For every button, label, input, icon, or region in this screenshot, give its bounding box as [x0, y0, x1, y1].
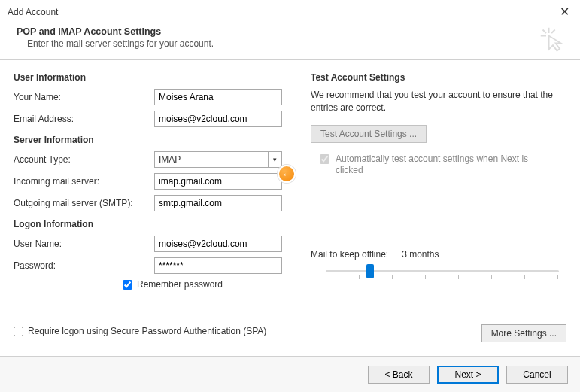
account-type-select[interactable]: IMAP ▾ [154, 151, 282, 168]
svg-line-3 [551, 30, 555, 34]
password-input[interactable] [154, 257, 282, 274]
slider-track-line [326, 270, 559, 272]
mail-offline-value: 3 months [402, 249, 439, 260]
email-input[interactable] [154, 111, 282, 127]
svg-line-2 [543, 30, 547, 34]
incoming-label: Incoming mail server: [14, 176, 154, 187]
header-title: POP and IMAP Account Settings [17, 26, 563, 37]
outgoing-label: Outgoing mail server (SMTP): [14, 198, 154, 208]
email-label: Email Address: [14, 114, 154, 124]
your-name-input[interactable] [154, 89, 282, 105]
password-label: Password: [14, 260, 154, 271]
back-button[interactable]: < Back [368, 366, 430, 384]
chevron-down-icon: ▾ [268, 152, 281, 167]
server-info-heading: Server Information [14, 135, 311, 145]
slider-thumb[interactable] [366, 264, 374, 278]
mail-offline-slider[interactable] [326, 264, 559, 282]
outgoing-server-input[interactable] [154, 195, 282, 211]
close-icon[interactable]: ✕ [557, 5, 572, 19]
auto-test-checkbox[interactable] [320, 154, 329, 164]
test-settings-description: We recommend that you test your account … [311, 89, 566, 114]
logon-info-heading: Logon Information [14, 219, 311, 229]
test-account-button[interactable]: Test Account Settings ... [311, 125, 427, 143]
account-type-label: Account Type: [14, 154, 154, 165]
user-info-heading: User Information [14, 72, 311, 83]
next-button[interactable]: Next > [437, 366, 499, 384]
cancel-button[interactable]: Cancel [506, 366, 568, 384]
username-label: User Name: [14, 239, 154, 249]
remember-password-checkbox[interactable] [123, 280, 132, 290]
header-subtitle: Enter the mail server settings for your … [27, 38, 563, 49]
incoming-server-input[interactable] [154, 173, 282, 190]
cursor-icon [539, 26, 566, 53]
spa-checkbox[interactable] [14, 327, 23, 336]
remember-password-label: Remember password [137, 279, 223, 290]
account-type-value: IMAP [159, 154, 181, 165]
window-title: Add Account [8, 7, 58, 17]
spa-label: Require logon using Secure Password Auth… [28, 326, 266, 336]
your-name-label: Your Name: [14, 92, 154, 102]
mail-offline-label: Mail to keep offline: [311, 249, 388, 260]
test-settings-heading: Test Account Settings [311, 72, 566, 83]
username-input[interactable] [154, 236, 282, 252]
highlight-arrow-icon: ← [278, 165, 296, 183]
more-settings-button[interactable]: More Settings ... [481, 324, 566, 342]
auto-test-label: Automatically test account settings when… [336, 153, 546, 177]
